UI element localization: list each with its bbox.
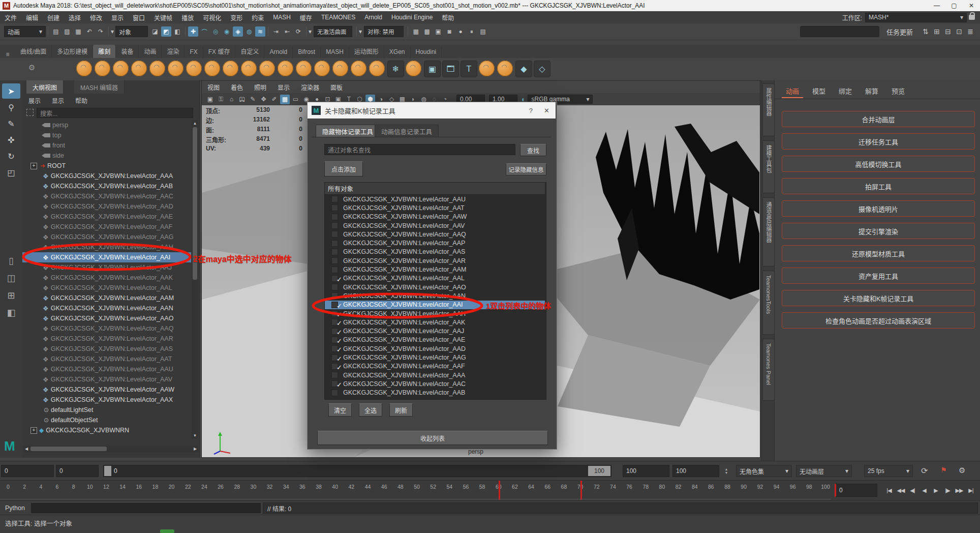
outliner-item[interactable]: ⊙defaultLightSet — [22, 405, 191, 415]
tab-hide-object-record[interactable]: 隐藏物体记录工具 — [316, 125, 380, 137]
shelf-tab-9[interactable]: Arnold — [264, 46, 293, 58]
timeline-frame-label[interactable]: 36 — [295, 484, 310, 490]
timeline-frame-label[interactable]: 84 — [687, 484, 702, 490]
time-slider[interactable]: 0246810121416182022242628303234363840424… — [0, 480, 980, 501]
outliner-item[interactable]: ❖GKCKGJCSGK_XJVBWN:LevelActor_AAC — [22, 191, 191, 201]
two-pane-layout-icon[interactable]: ◫ — [2, 271, 20, 286]
stack-layout-icon[interactable]: ⊟ — [943, 26, 953, 37]
outliner-item[interactable]: ❖GKCKGJCSGK_XJVBWN:LevelActor_AAL — [22, 283, 191, 293]
tool-button-1[interactable]: 迁移任务工具 — [782, 133, 975, 150]
dialog-help-icon[interactable]: ? — [529, 107, 533, 114]
wax-brush-icon[interactable]: ◠ — [259, 61, 275, 76]
checkbox[interactable]: ✓ — [331, 363, 338, 370]
grab-brush-icon[interactable]: ◠ — [131, 61, 147, 76]
tool-button-9[interactable]: 检查角色动画是否超过动画表演区域 — [782, 312, 975, 329]
fps-dropdown[interactable]: 25 fps▾ — [864, 465, 913, 477]
step-back-frame-button[interactable]: ◀◀ — [895, 484, 906, 496]
dialog-list-item[interactable]: ✓GKCKGJCSGK_XJVBWN:LevelActor_AAJ — [325, 327, 545, 336]
snap-projected-center-icon[interactable]: ◉ — [222, 26, 232, 37]
timeline-frame-label[interactable]: 58 — [475, 484, 490, 490]
tool-button-8[interactable]: 关卡隐藏和K帧记录工具 — [782, 290, 975, 306]
image-plane-icon[interactable]: ✎ — [248, 95, 258, 104]
tool-button-4[interactable]: 摄像机透明片 — [782, 200, 975, 217]
shelf-tab-0[interactable]: 曲线/曲面 — [15, 45, 52, 58]
rpanel-tab-1[interactable]: 模型 — [808, 84, 830, 97]
outliner-item[interactable]: ❖GKCKGJCSGK_XJVBWN:LevelActor_AAK — [22, 273, 191, 283]
panel-layout-icon[interactable]: ⊡ — [954, 26, 964, 37]
timeline-frame-label[interactable]: 24 — [197, 484, 212, 490]
checkbox[interactable]: ✓ — [331, 345, 338, 352]
outliner-item[interactable]: ❖GKCKGJCSGK_XJVBWN:LevelActor_AAA — [22, 171, 191, 181]
outliner-menu-display[interactable]: 展示 — [28, 95, 41, 106]
range-spinner-icons[interactable]: ▲▼ — [722, 465, 730, 477]
undo-icon[interactable]: ↶ — [84, 26, 95, 37]
shelf-tab-5[interactable]: 渲染 — [162, 45, 185, 58]
animation-prefs-gear-icon[interactable]: ⚙ — [959, 466, 965, 475]
outliner-item[interactable]: ❖GKCKGJCSGK_XJVBWN:LevelActor_AAG — [22, 232, 191, 242]
timeline-frame-label[interactable]: 100 — [818, 484, 833, 490]
outliner-item[interactable]: ❖GKCKGJCSGK_XJVBWN:LevelActor_AAQ — [22, 323, 191, 334]
timeline-frame-label[interactable]: 80 — [654, 484, 669, 490]
relax-brush-icon[interactable]: ◠ — [113, 61, 129, 76]
scroll-right-icon[interactable]: ▶ — [192, 446, 198, 452]
shelf-tab-6[interactable]: FX — [185, 46, 203, 58]
flatten-brush-icon[interactable]: ◠ — [168, 61, 183, 76]
shelf-tab-4[interactable]: 动画 — [139, 45, 162, 58]
lock-camera-icon[interactable]: ⚿ — [216, 95, 226, 104]
dialog-list-item[interactable]: GKCKGJCSGK_XJVBWN:LevelActor_AAR — [325, 256, 545, 265]
timeline-frame-label[interactable]: 46 — [377, 484, 392, 490]
rpanel-tab-3[interactable]: 解算 — [861, 84, 882, 97]
viewport-menu-5[interactable]: 面板 — [325, 83, 348, 92]
refresh-button[interactable]: 刷新 — [389, 403, 413, 417]
outliner-menu-show[interactable]: 显示 — [52, 95, 64, 106]
grid-layout-icon[interactable]: ⊞ — [932, 26, 942, 37]
hypershade-icon[interactable]: ◙ — [444, 26, 454, 37]
timeline-frame-label[interactable]: 14 — [115, 484, 130, 490]
checkbox[interactable]: ✓ — [331, 337, 338, 343]
render-sphere-icon[interactable]: ● — [455, 26, 466, 37]
outliner-item[interactable]: ❖GKCKGJCSGK_XJVBWN:LevelActor_AAN — [22, 303, 191, 313]
open-scene-icon[interactable]: ▨ — [62, 26, 72, 37]
smooth-brush-icon[interactable]: ◠ — [95, 61, 110, 76]
input-connections-icon[interactable]: ⇥ — [271, 26, 281, 37]
timeline-frame-label[interactable]: 96 — [785, 484, 801, 490]
shelf-gear-icon[interactable]: ⚙ — [28, 63, 35, 72]
timeline-frame-label[interactable]: 10 — [82, 484, 98, 490]
render-current-frame-icon[interactable]: ▦ — [411, 26, 421, 37]
tool-button-3[interactable]: 拍屏工具 — [782, 178, 975, 194]
snap-curve-icon[interactable]: ⌒ — [199, 26, 209, 37]
outliner-item[interactable]: ❖GKCKGJCSGK_XJVBWN:LevelActor_AAD — [22, 201, 191, 212]
timeline-frame-label[interactable]: 44 — [360, 484, 376, 490]
timeline-frame-label[interactable]: 76 — [622, 484, 637, 490]
shelf-tab-12[interactable]: 运动图形 — [349, 45, 384, 58]
rotate-tool[interactable]: ↻ — [2, 149, 20, 164]
snap-together-icon[interactable]: ≋ — [255, 26, 265, 37]
rpanel-tab-0[interactable]: 动画 — [782, 84, 803, 98]
outliner-item[interactable]: ❖GKCKGJCSGK_XJVBWN:LevelActor_AAS — [22, 344, 191, 354]
command-input[interactable] — [31, 503, 261, 513]
step-forward-frame-button[interactable]: ▶▶ — [954, 484, 965, 496]
fill-brush-icon[interactable]: ◠ — [296, 61, 312, 76]
outliner-item[interactable]: ❖GKCKGJCSGK_XJVBWN:LevelActor_AAO — [22, 313, 191, 323]
timeline-frame-label[interactable]: 56 — [458, 484, 473, 490]
outliner-item[interactable]: ❖GKCKGJCSGK_XJVBWN:LevelActor_AAF — [22, 222, 191, 232]
quick-input-field[interactable] — [800, 26, 879, 37]
anim-layer-dropdown[interactable]: 无动画层▾ — [796, 465, 852, 477]
workspace-dropdown[interactable]: MASH* ▾ — [865, 13, 967, 22]
shelf-menu-icon[interactable]: ≡ — [0, 51, 15, 58]
shelf-tab-10[interactable]: Bifrost — [293, 46, 321, 58]
amplify-brush-icon[interactable]: ◠ — [369, 61, 385, 76]
snap-view-plane-icon[interactable]: ◈ — [233, 26, 243, 37]
sidebar-tab-2[interactable]: 通道盒/层编辑器 — [762, 197, 775, 266]
menu-item-8[interactable]: 播放 — [177, 13, 198, 22]
view-cube-icon[interactable]: ✥ — [259, 95, 268, 104]
active-surface-field[interactable]: 无激活曲面 — [314, 26, 352, 37]
timeline-frame-label[interactable]: 16 — [131, 484, 146, 490]
dialog-list-item[interactable]: GKCKGJCSGK_XJVBWN:LevelActor_AAT — [325, 203, 545, 212]
redo-icon[interactable]: ↷ — [96, 26, 106, 37]
selection-mask-field[interactable]: 对象 — [115, 26, 148, 37]
timeline-frame-label[interactable]: 12 — [99, 484, 114, 490]
menu-item-1[interactable]: 编辑 — [21, 13, 43, 22]
render-settings-icon[interactable]: ▣ — [433, 26, 443, 37]
outliner-vertical-scrollbar[interactable]: ▲ ▼ — [192, 120, 198, 438]
